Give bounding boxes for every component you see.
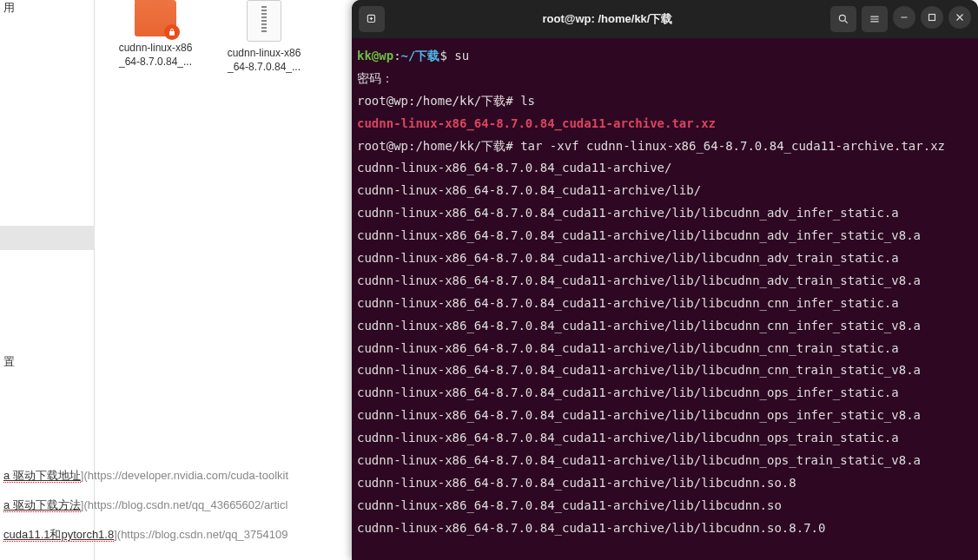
document-links-area: a 驱动下载地址](https://developer.nvidia.com/c… <box>0 464 352 560</box>
file-item-folder[interactable]: cudnn-linux-x86_64-8.7.0.84_... <box>116 0 195 69</box>
terminal-content[interactable]: kk@wp:~/下载$ su密码：root@wp:/home/kk/下载# ls… <box>352 38 978 560</box>
sidebar-item-selected[interactable] <box>0 226 95 250</box>
minimize-button[interactable] <box>893 6 915 29</box>
file-label: cudnn-linux-x86_64-8.7.0.84_... <box>116 42 195 69</box>
sidebar-item-apps[interactable]: 用 <box>3 0 15 16</box>
document-link[interactable]: a 驱动下载地址](https://developer.nvidia.com/c… <box>3 468 348 484</box>
svg-point-1 <box>839 15 845 21</box>
close-button[interactable] <box>948 6 971 29</box>
search-button[interactable] <box>830 6 856 32</box>
maximize-button[interactable] <box>921 6 943 29</box>
document-link[interactable]: cuda11.1和pytorch1.8](https://blog.csdn.n… <box>3 527 348 543</box>
menu-button[interactable] <box>862 6 888 32</box>
file-manager-panel: 用 置 cudnn-linux-x86_64-8.7.0.84_... cudn… <box>0 0 352 560</box>
folder-icon <box>135 0 176 36</box>
svg-rect-2 <box>929 15 935 21</box>
terminal-titlebar[interactable]: root@wp: /home/kk/下载 <box>352 0 978 38</box>
new-tab-button[interactable] <box>359 6 385 32</box>
lock-badge-icon <box>164 24 180 40</box>
terminal-window: root@wp: /home/kk/下载 kk@wp:~/下载$ su密码：ro… <box>352 0 978 560</box>
file-item-archive[interactable]: cudnn-linux-x86_64-8.7.0.84_... <box>225 0 303 74</box>
sidebar-item-settings[interactable]: 置 <box>3 354 15 370</box>
terminal-title: root@wp: /home/kk/下载 <box>385 11 830 27</box>
file-label: cudnn-linux-x86_64-8.7.0.84_... <box>225 47 303 74</box>
document-link[interactable]: a 驱动下载方法](https://blog.csdn.net/qq_43665… <box>3 497 348 513</box>
archive-icon <box>247 0 281 42</box>
files-grid[interactable]: cudnn-linux-x86_64-8.7.0.84_... cudnn-li… <box>95 0 352 417</box>
